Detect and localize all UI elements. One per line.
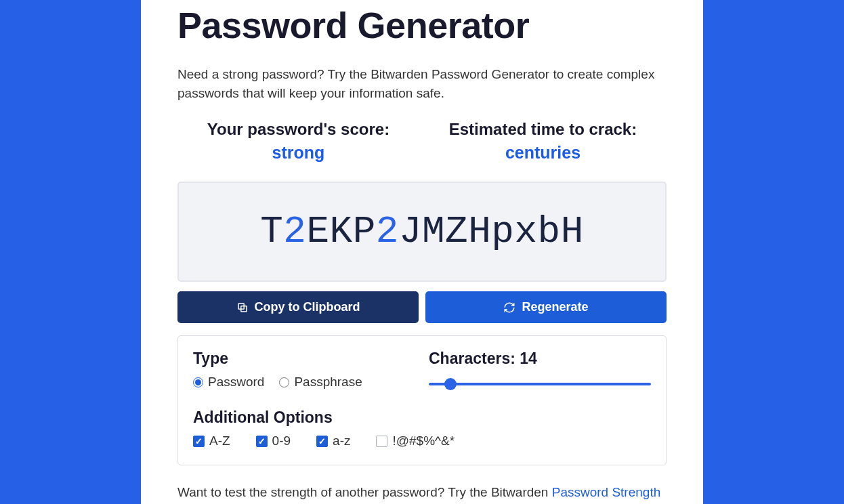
copy-button[interactable]: Copy to Clipboard [177,291,419,323]
checkbox-group: A-Z0-9a-z!@#$%^&* [193,434,651,448]
password-char: 2 [376,210,399,253]
characters-value: 14 [520,350,537,367]
radio-passphrase[interactable]: Passphrase [279,375,362,390]
password-char: H [561,210,584,253]
password-char: p [491,210,514,253]
score-label: Your password's score: [207,120,389,139]
password-char: 2 [283,210,306,253]
copy-icon [236,301,249,314]
checkbox-icon[interactable] [376,436,387,447]
password-char: b [538,210,561,253]
additional-options: Additional Options A-Z0-9a-z!@#$%^&* [193,408,651,448]
password-char: K [330,210,353,253]
password-char: H [468,210,491,253]
characters-column: Characters: 14 [429,350,651,390]
options-panel: Type Password Passphrase Characters: 14 [177,335,667,465]
refresh-icon [503,301,515,314]
radio-passphrase-input[interactable] [279,377,289,387]
button-row: Copy to Clipboard Regenerate [177,291,667,323]
metrics-row: Your password's score: strong Estimated … [177,120,667,163]
additional-heading: Additional Options [193,408,651,427]
footer-prefix: Want to test the strength of another pas… [177,485,552,499]
checkbox-icon[interactable] [316,436,328,447]
checkbox-icon[interactable] [193,436,205,447]
regenerate-button-label: Regenerate [522,300,588,314]
type-radio-group: Password Passphrase [193,375,415,390]
radio-password[interactable]: Password [193,375,264,390]
score-metric: Your password's score: strong [207,120,389,163]
length-slider[interactable] [429,383,651,385]
checkbox-icon[interactable] [256,436,268,447]
password-char: x [514,210,537,253]
password-char: T [260,210,283,253]
password-char: Z [445,210,468,253]
radio-passphrase-label: Passphrase [294,375,362,390]
radio-password-input[interactable] [193,377,203,387]
characters-label: Characters: [429,350,515,367]
checkbox-label: A-Z [209,434,230,448]
password-char: J [399,210,422,253]
regenerate-button[interactable]: Regenerate [425,291,667,323]
crack-label: Estimated time to crack: [449,120,637,139]
app-container: Password Generator Need a strong passwor… [141,0,703,504]
checkbox-option[interactable]: A-Z [193,434,230,448]
characters-heading: Characters: 14 [429,350,651,368]
checkbox-label: 0-9 [272,434,291,448]
password-char: M [422,210,445,253]
checkbox-label: !@#$%^&* [392,434,455,448]
crack-value: centuries [449,143,637,163]
checkbox-option[interactable]: !@#$%^&* [376,434,455,448]
checkbox-option[interactable]: 0-9 [256,434,291,448]
type-heading: Type [193,350,415,368]
radio-password-label: Password [208,375,264,390]
type-column: Type Password Passphrase [193,350,415,390]
checkbox-option[interactable]: a-z [316,434,350,448]
copy-button-label: Copy to Clipboard [255,300,360,314]
score-value: strong [207,143,389,163]
intro-text: Need a strong password? Try the Bitwarde… [177,65,667,102]
checkbox-label: a-z [333,434,350,448]
crack-metric: Estimated time to crack: centuries [449,120,637,163]
footer-text: Want to test the strength of another pas… [177,483,667,504]
password-char: E [306,210,329,253]
page-title: Password Generator [177,0,667,46]
password-char: P [353,210,376,253]
generated-password-display: T2EKP2JMZHpxbH [177,182,667,282]
